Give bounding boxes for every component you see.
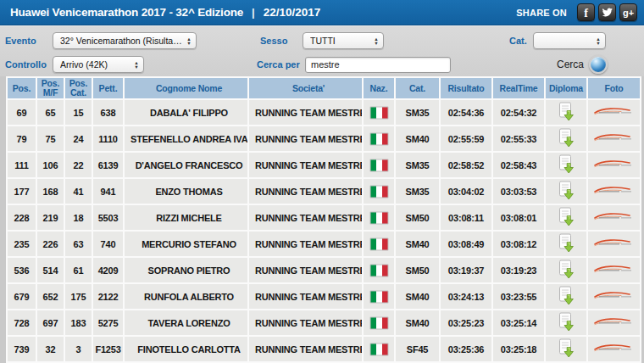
col-foto: Foto bbox=[588, 78, 640, 98]
cerca-button-label: Cerca bbox=[557, 59, 584, 70]
evento-select[interactable]: 32° Venicemarathon (Risultati ufficiosi)… bbox=[53, 32, 197, 49]
cat-select[interactable]: ▲▼ bbox=[533, 32, 606, 49]
cell-diploma bbox=[546, 284, 586, 309]
cell-pett: 4209 bbox=[93, 258, 123, 282]
italy-flag-icon bbox=[370, 343, 388, 355]
photo-watermark-logo[interactable] bbox=[592, 316, 636, 327]
cell-pos-mf: 32 bbox=[37, 337, 64, 361]
cell-risultato: 03:24:13 bbox=[441, 284, 491, 309]
cell-cognome-nome: SOPRANO PIETRO bbox=[125, 258, 247, 282]
photo-watermark-logo[interactable] bbox=[592, 237, 636, 249]
table-row: 536 514 61 4209 SOPRANO PIETRO RUNNING T… bbox=[8, 258, 640, 282]
diploma-download-icon[interactable] bbox=[557, 128, 575, 148]
diploma-download-icon[interactable] bbox=[557, 207, 575, 226]
photo-watermark-logo[interactable] bbox=[592, 290, 636, 301]
diploma-download-icon[interactable] bbox=[557, 233, 575, 253]
cell-pos: 679 bbox=[8, 284, 36, 309]
photo-watermark-logo[interactable] bbox=[592, 211, 636, 222]
diploma-download-icon[interactable] bbox=[557, 102, 575, 121]
col-pos-cat: Pos. Cat. bbox=[65, 78, 92, 98]
cell-cognome-nome: D'ANGELO FRANCESCO bbox=[125, 153, 247, 177]
cell-realtime: 03:25:14 bbox=[493, 310, 544, 335]
cell-pos-mf: 75 bbox=[37, 126, 64, 151]
facebook-share-button[interactable]: f bbox=[577, 3, 595, 21]
diploma-download-icon[interactable] bbox=[557, 286, 575, 305]
cell-societa: RUNNING TEAM MESTRE bbox=[249, 100, 362, 125]
title-separator: | bbox=[252, 6, 255, 19]
italy-flag-icon bbox=[370, 317, 388, 329]
cell-risultato: 03:04:02 bbox=[441, 179, 491, 204]
col-pos: Pos. bbox=[8, 78, 36, 98]
cell-pett: 6139 bbox=[93, 153, 123, 177]
sesso-select[interactable]: TUTTI ▲▼ bbox=[303, 32, 384, 49]
cell-naz bbox=[364, 179, 394, 204]
controllo-select[interactable]: Arrivo (42K) ▲▼ bbox=[53, 56, 144, 73]
cell-cat: SM50 bbox=[396, 258, 439, 282]
photo-watermark-logo[interactable] bbox=[592, 264, 636, 275]
cell-foto bbox=[588, 310, 640, 335]
cell-diploma bbox=[546, 232, 586, 256]
filter-panel: Evento 32° Venicemarathon (Risultati uff… bbox=[0, 25, 644, 76]
cell-pos-mf: 168 bbox=[37, 179, 64, 204]
cell-naz bbox=[364, 258, 394, 282]
cell-cat: SM40 bbox=[396, 284, 439, 309]
cell-diploma bbox=[546, 179, 586, 204]
google-plus-share-button[interactable]: g+ bbox=[619, 3, 637, 21]
cell-foto bbox=[588, 284, 640, 309]
cell-pos-cat: 41 bbox=[65, 179, 92, 204]
diploma-download-icon[interactable] bbox=[557, 338, 575, 358]
cell-realtime: 03:25:18 bbox=[493, 337, 544, 361]
select-arrows-icon: ▲▼ bbox=[131, 60, 142, 69]
cell-pett: 5503 bbox=[93, 205, 123, 230]
google-plus-icon: g+ bbox=[623, 8, 634, 18]
table-header-row: Pos. Pos. M/F Pos. Cat. Pett. Cognome No… bbox=[8, 78, 640, 98]
cell-naz bbox=[364, 153, 394, 177]
cell-diploma bbox=[546, 153, 586, 177]
diploma-download-icon[interactable] bbox=[557, 181, 575, 200]
diploma-download-icon[interactable] bbox=[557, 154, 575, 174]
cat-label: Cat. bbox=[509, 36, 533, 46]
cell-pos-cat: 183 bbox=[65, 310, 92, 335]
cell-pos-mf: 65 bbox=[37, 100, 64, 125]
diploma-download-icon[interactable] bbox=[557, 312, 575, 332]
twitter-share-button[interactable] bbox=[598, 3, 616, 21]
cell-foto bbox=[588, 337, 640, 361]
photo-watermark-logo[interactable] bbox=[592, 159, 636, 170]
cell-foto bbox=[588, 153, 640, 177]
cell-pos-cat: 61 bbox=[65, 258, 92, 282]
cell-cat: SM35 bbox=[396, 179, 439, 204]
search-input[interactable] bbox=[305, 57, 451, 73]
title-bar: Huawei Venicemarathon 2017 - 32^ Edizion… bbox=[0, 0, 644, 25]
photo-watermark-logo[interactable] bbox=[592, 185, 636, 196]
col-cognome-nome: Cognome Nome bbox=[125, 78, 247, 98]
table-row: 679 652 175 2122 RUNFOLA ALBERTO RUNNING… bbox=[8, 284, 640, 309]
table-row: 79 75 24 1110 STEFENELLO ANDREA IVANO RU… bbox=[8, 126, 640, 151]
cell-cognome-nome: RUNFOLA ALBERTO bbox=[125, 284, 247, 309]
photo-watermark-logo[interactable] bbox=[592, 343, 636, 354]
search-eye-button[interactable] bbox=[589, 55, 608, 74]
cell-risultato: 02:54:36 bbox=[441, 100, 491, 125]
italy-flag-icon bbox=[370, 133, 388, 145]
cell-pos-mf: 106 bbox=[37, 153, 64, 177]
cell-risultato: 03:19:37 bbox=[441, 258, 491, 282]
cell-foto bbox=[588, 232, 640, 256]
cell-pett: 5275 bbox=[93, 310, 123, 335]
cell-cat: SM40 bbox=[396, 126, 439, 151]
cell-cognome-nome: TAVERA LORENZO bbox=[125, 310, 247, 335]
cell-cognome-nome: FINOTELLO CARLOTTA bbox=[125, 337, 247, 361]
event-title-group: Huawei Venicemarathon 2017 - 32^ Edizion… bbox=[10, 6, 320, 19]
cell-societa: RUNNING TEAM MESTRE bbox=[249, 337, 362, 361]
photo-watermark-logo[interactable] bbox=[592, 132, 636, 143]
cell-diploma bbox=[546, 126, 586, 151]
cell-pett: 941 bbox=[93, 179, 123, 204]
cell-pos: 536 bbox=[8, 258, 36, 282]
photo-watermark-logo[interactable] bbox=[592, 106, 636, 117]
cell-societa: RUNNING TEAM MESTRE bbox=[249, 232, 362, 256]
diploma-download-icon[interactable] bbox=[557, 260, 575, 279]
cell-societa: RUNNING TEAM MESTRE bbox=[249, 126, 362, 151]
cell-pos-mf: 514 bbox=[37, 258, 64, 282]
evento-label: Evento bbox=[3, 36, 53, 46]
results-page: Huawei Venicemarathon 2017 - 32^ Edizion… bbox=[0, 0, 644, 363]
select-arrows-icon: ▲▼ bbox=[593, 36, 603, 45]
col-diploma: Diploma bbox=[546, 78, 586, 98]
